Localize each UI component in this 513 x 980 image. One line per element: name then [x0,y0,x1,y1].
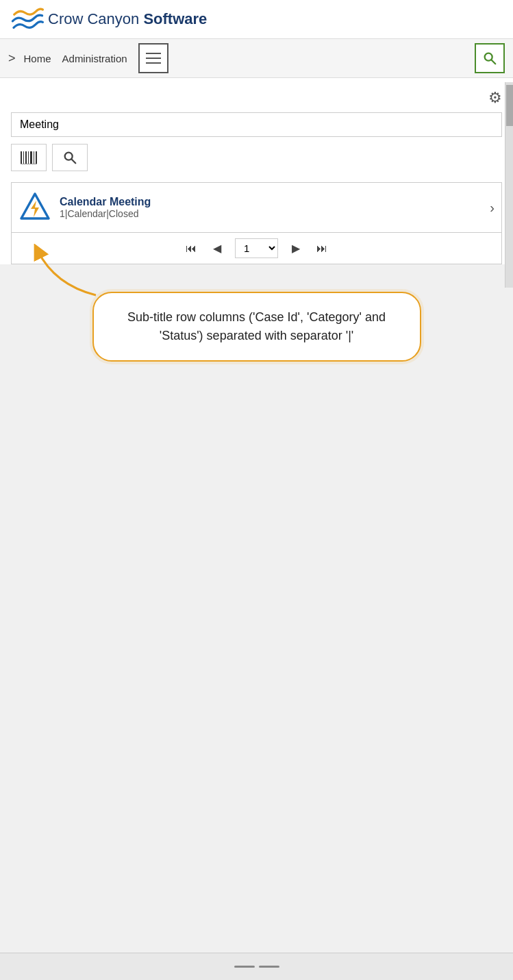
nav-chevron-icon[interactable]: > [8,51,16,66]
svg-rect-2 [21,151,22,164]
result-chevron-icon: › [490,200,495,216]
svg-rect-5 [28,151,29,164]
search-btn-icon [62,150,77,165]
menu-line-3 [146,62,161,64]
svg-marker-13 [31,201,39,217]
nav-home[interactable]: Home [21,51,54,66]
callout-area: Sub-title row columns ('Case Id', 'Categ… [0,292,513,362]
svg-rect-9 [21,164,37,164]
logo-text: Crow Canyon Software [48,10,207,28]
menu-line-1 [146,53,161,54]
menu-button[interactable] [138,43,168,73]
page-select[interactable]: 1 2 3 [235,238,278,258]
bottom-line-2 [259,966,279,968]
bottom-line-1 [234,966,255,968]
callout-text: Sub-title row columns ('Case Id', 'Categ… [127,310,386,342]
next-page-button[interactable]: ▶ [289,240,303,256]
scrollbar-thumb[interactable] [506,85,513,126]
svg-rect-4 [25,151,27,164]
barcode-button[interactable] [11,144,47,171]
logo-icon [11,7,44,32]
svg-rect-3 [23,151,24,164]
svg-line-11 [72,160,76,164]
search-input[interactable] [11,112,502,137]
svg-rect-8 [36,151,37,164]
bottom-bar [0,953,513,980]
nav-search-button[interactable] [475,43,505,73]
barcode-icon [19,150,38,165]
callout-bubble: Sub-title row columns ('Case Id', 'Categ… [92,292,421,362]
svg-rect-7 [34,151,34,164]
search-input-row [11,112,502,137]
scrollbar[interactable] [505,82,513,288]
btn-row [11,144,502,171]
search-button[interactable] [52,144,88,171]
main-content: ⚙ [0,78,513,264]
header: Crow Canyon Software [0,0,513,39]
svg-rect-6 [30,151,32,164]
first-page-button[interactable]: ⏮ [183,241,199,256]
nav-admin[interactable]: Administration [60,51,130,66]
settings-row: ⚙ [11,89,502,107]
last-page-button[interactable]: ⏭ [314,241,330,256]
navbar: > Home Administration [0,39,513,78]
logo-area: Crow Canyon Software [11,7,207,32]
result-title: Calendar Meeting [60,196,481,208]
result-text-area: Calendar Meeting 1|Calendar|Closed [60,196,481,219]
result-icon [18,191,51,224]
svg-line-1 [492,60,496,64]
menu-line-2 [146,58,161,59]
gear-button[interactable]: ⚙ [488,89,502,107]
search-icon [482,51,497,66]
result-subtitle: 1|Calendar|Closed [60,208,481,219]
result-item[interactable]: Calendar Meeting 1|Calendar|Closed › [11,182,502,233]
callout-arrow-icon [27,244,110,299]
prev-page-button[interactable]: ◀ [210,240,224,256]
